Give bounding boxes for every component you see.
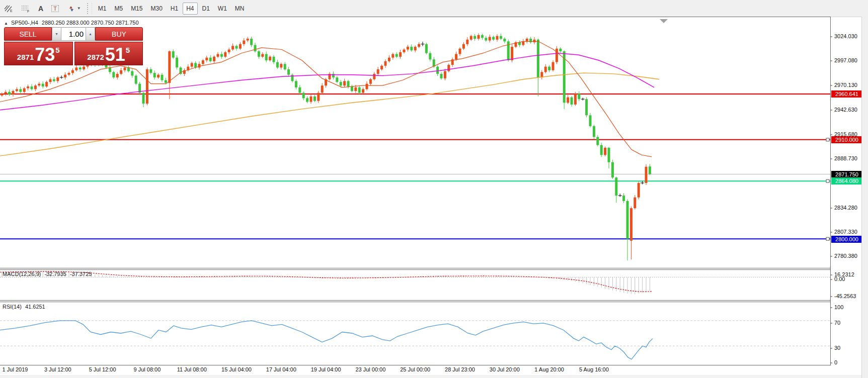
price-tag-2960.641: 2960.641 [831, 90, 862, 98]
time-tick-23-Jul-00-00: 23 Jul 00:00 [355, 366, 385, 372]
time-tick-19-Jul-04-00: 19 Jul 04:00 [311, 366, 341, 372]
buy-button[interactable]: BUY [95, 27, 143, 41]
price-tick-2997.080: 2997.080 [834, 57, 857, 63]
trading-terminal-window: E F A T ▼ M1M5M15M30H1H4D1W1MN [0, 0, 868, 378]
price-tag-2864.080: 2864.080 [831, 177, 862, 184]
price-tick-3024.030: 3024.030 [834, 33, 857, 39]
rsi-tick-0: 0 [834, 359, 837, 365]
price-tick-2834.280: 2834.280 [834, 205, 857, 211]
price-tick-2807.330: 2807.330 [834, 229, 857, 235]
sell-button[interactable]: SELL [4, 27, 52, 41]
volume-input[interactable]: 1.00 [61, 28, 86, 40]
vertical-scrollbar[interactable] [861, 17, 868, 378]
rsi-tick-70: 70 [834, 320, 840, 326]
time-tick-3-Jul-12-00: 3 Jul 12:00 [44, 366, 71, 372]
buy-price-display[interactable]: 2872 51 5 [74, 42, 143, 65]
price-tag-2800.000: 2800.000 [831, 236, 862, 243]
ohlc-low: 2870.750 [91, 20, 114, 26]
rsi-indicator-label: RSI(14) 41.6251 [3, 304, 45, 310]
sell-price-display[interactable]: 2871 73 5 [4, 42, 73, 65]
rsi-value: 41.6251 [25, 304, 45, 310]
time-tick-30-Jul-20-00: 30 Jul 20:00 [490, 366, 520, 372]
time-tick-5-Jul-12-00: 5 Jul 12:00 [89, 366, 116, 372]
ohlc-high: 2883.000 [66, 20, 90, 26]
quote-panel-toggle-icon[interactable]: ▲ [4, 21, 8, 26]
macd-tick-0.00: 0.00 [834, 276, 845, 282]
macd-tick--45.2563: -45.2563 [834, 293, 856, 299]
ohlc-open: 2880.250 [42, 20, 65, 26]
macd-signal-value: -37.3725 [70, 271, 92, 277]
macd-indicator-label: MACD(12,26,9) -32.7935 -37.3725 [3, 271, 92, 277]
one-click-trading-panel: SELL ▼ 1.00 ▲ BUY 2871 73 5 2872 51 5 [4, 27, 143, 65]
time-tick-1-Jul-2019: 1 Jul 2019 [3, 366, 28, 372]
buy-price-point: 5 [126, 46, 130, 54]
sell-price-point: 5 [55, 46, 59, 54]
symbol-period: SP500-,H4 [11, 20, 38, 26]
time-tick-28-Jul-23-00: 28 Jul 23:00 [445, 366, 475, 372]
bottom-strip [0, 375, 861, 378]
rsi-tick-30: 30 [834, 345, 840, 351]
buy-price-figure: 2872 [87, 53, 104, 61]
chart-title: ▲ SP500-,H4 2880.250 2883.000 2870.750 2… [4, 20, 139, 26]
volume-increase-button[interactable]: ▲ [86, 28, 95, 40]
time-tick-17-Jul-04-00: 17 Jul 04:00 [266, 366, 296, 372]
volume-decrease-button[interactable]: ▼ [52, 28, 61, 40]
macd-main-value: -32.7935 [44, 271, 66, 277]
buy-price-pips: 51 [105, 46, 125, 63]
price-tick-2970.130: 2970.130 [834, 82, 857, 88]
price-tick-2888.730: 2888.730 [834, 155, 857, 161]
time-tick-25-Jul-00-00: 25 Jul 00:00 [400, 366, 430, 372]
volume-control: ▼ 1.00 ▲ [52, 27, 95, 41]
time-tick-5-Aug-16-00: 5 Aug 16:00 [579, 366, 609, 372]
sell-price-figure: 2871 [17, 53, 34, 61]
time-tick-15-Jul-04-00: 15 Jul 04:00 [221, 366, 252, 372]
time-tick-11-Jul-08-00: 11 Jul 08:00 [177, 366, 207, 372]
rsi-tick-100: 100 [834, 304, 843, 310]
sell-price-pips: 73 [35, 46, 55, 63]
time-tick-9-Jul-08-00: 9 Jul 08:00 [133, 366, 161, 372]
ohlc-close: 2871.750 [116, 20, 139, 26]
price-tick-2942.630: 2942.630 [834, 107, 857, 113]
time-tick-1-Aug-20-00: 1 Aug 20:00 [534, 366, 564, 372]
price-tag-2910.000: 2910.000 [831, 136, 862, 143]
price-tag-2871.750: 2871.750 [831, 171, 862, 178]
price-tick-2780.380: 2780.380 [834, 253, 857, 259]
